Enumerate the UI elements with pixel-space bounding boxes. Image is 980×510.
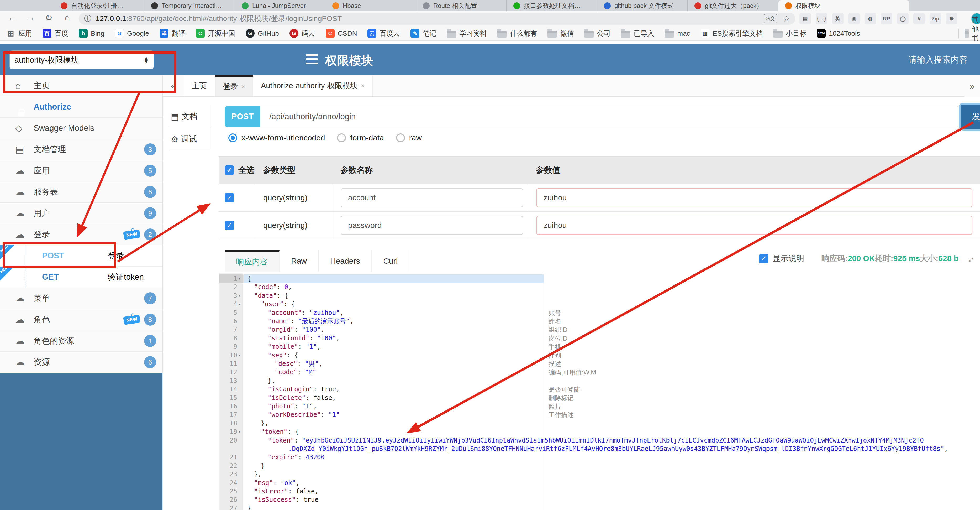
browser-tab[interactable]: Route 相关配置: [416, 0, 506, 11]
sidebar-item-应用[interactable]: ☁应用5: [0, 160, 162, 182]
bookmark-star-icon[interactable]: ☆: [783, 14, 790, 23]
bookmark-item[interactable]: ✎笔记: [410, 29, 436, 38]
bookmark-item[interactable]: G码云: [290, 29, 315, 38]
bookmark-other[interactable]: 其他书签: [958, 29, 980, 38]
collapse-caret-icon[interactable]: ▾: [238, 351, 241, 360]
doc-tab-主页[interactable]: 主页: [184, 75, 215, 96]
bookmark-item[interactable]: 学习资料: [447, 29, 487, 38]
sidebar-item-主页[interactable]: ⌂主页: [0, 75, 162, 96]
bookmark-item[interactable]: 微信: [547, 29, 574, 38]
sidebar-item-用户[interactable]: ☁用户9: [0, 203, 162, 224]
radio-icon[interactable]: [228, 134, 237, 142]
param-value-input[interactable]: zuihou: [536, 188, 972, 207]
radio-form-data[interactable]: form-data: [337, 134, 384, 142]
extension-icon[interactable]: ∨: [913, 13, 925, 24]
close-icon[interactable]: ×: [241, 83, 245, 90]
bookmark-item[interactable]: 10241024Tools: [817, 29, 860, 38]
json-response-viewer[interactable]: 1▾{2"code": 0,3▾"data": {4▾"user": {5"ac…: [219, 273, 980, 510]
bookmark-item[interactable]: GGitHub: [246, 29, 279, 38]
row-checkbox[interactable]: ✓: [225, 193, 234, 202]
bookmark-item[interactable]: 译翻译: [159, 29, 185, 38]
extension-icon[interactable]: 英: [832, 13, 843, 24]
bookmark-item[interactable]: bBing: [79, 29, 105, 38]
page-info-icon[interactable]: ⓘ: [84, 14, 91, 24]
bookmark-item[interactable]: mac: [665, 29, 690, 38]
sidebar-item-文档管理[interactable]: ▤文档管理3: [0, 139, 162, 160]
radio-icon[interactable]: [337, 134, 346, 142]
browser-tab[interactable]: Hbase: [325, 0, 416, 11]
bookmark-item[interactable]: 百百度: [43, 29, 68, 38]
bookmark-item[interactable]: ▥ES搜索引擎文档: [701, 29, 763, 38]
hamburger-icon[interactable]: [306, 54, 318, 65]
sidebar-endpoint-post[interactable]: NEWPOST登录: [0, 245, 162, 266]
extension-icon[interactable]: {…}: [816, 13, 827, 24]
sidebar-item-角色[interactable]: ☁角色NEW8: [0, 309, 162, 330]
radio-raw[interactable]: raw: [396, 134, 422, 142]
tabs-collapse-button[interactable]: «: [163, 75, 184, 96]
browser-tab[interactable]: git文件过大（pack）: [687, 0, 778, 11]
collapse-caret-icon[interactable]: ▾: [238, 274, 241, 283]
browser-tab[interactable]: Temporary Interacti…: [144, 0, 235, 11]
doc-tab-登录[interactable]: 登录×: [215, 75, 253, 96]
browser-tab[interactable]: 接口参数处理文档…: [506, 0, 597, 11]
back-icon[interactable]: ←: [6, 12, 18, 22]
subnav-调试[interactable]: ⚙调试: [169, 128, 212, 150]
bookmark-item[interactable]: 什么都有: [497, 29, 537, 38]
resp-tab-Curl[interactable]: Curl: [372, 250, 409, 272]
browser-tab[interactable]: 自动化登录/注册…: [54, 0, 144, 11]
sidebar-item-服务表[interactable]: ☁服务表6: [0, 182, 162, 203]
select-all-checkbox[interactable]: ✓: [225, 166, 234, 175]
sidebar-item-菜单[interactable]: ☁菜单7: [0, 288, 162, 309]
extension-icon[interactable]: Zip: [930, 13, 941, 24]
extension-icon[interactable]: ✳: [946, 13, 958, 24]
header-search-input[interactable]: 请输入搜索内容: [908, 54, 967, 66]
bookmark-item[interactable]: 小目标: [773, 29, 806, 38]
bookmark-item[interactable]: C开源中国: [196, 29, 235, 38]
fullscreen-icon[interactable]: ↔: [963, 252, 977, 266]
resp-tab-响应内容[interactable]: 响应内容: [225, 250, 280, 272]
sidebar-item-资源[interactable]: ☁资源6: [0, 352, 162, 373]
reload-icon[interactable]: ↻: [43, 12, 55, 23]
collapse-caret-icon[interactable]: ▾: [238, 300, 241, 309]
sidebar-endpoint-get[interactable]: NEWGET验证token: [0, 266, 162, 288]
browser-tab[interactable]: Luna - JumpServer: [235, 0, 325, 11]
bookmark-item[interactable]: 公司: [584, 29, 611, 38]
doc-tab-Authorize-authority-权限模块[interactable]: Authorize-authority-权限模块×: [253, 75, 373, 96]
radio-icon[interactable]: [396, 134, 405, 142]
param-value-input[interactable]: zuihou: [536, 216, 972, 235]
show-desc-checkbox[interactable]: ✓: [759, 254, 768, 263]
extension-icon[interactable]: ▤: [799, 13, 811, 24]
collapse-caret-icon[interactable]: ▾: [238, 427, 241, 436]
module-select[interactable]: authority-权限模块 ▲▼: [10, 50, 154, 69]
sidebar-item-Authorize[interactable]: Authorize: [0, 96, 162, 118]
close-icon[interactable]: ×: [361, 82, 364, 89]
tabs-expand-button[interactable]: »: [964, 75, 980, 97]
home-icon[interactable]: ⌂: [61, 12, 73, 22]
bookmark-item[interactable]: 已导入: [621, 29, 654, 38]
sidebar-item-登录[interactable]: ☁登录NEW2: [0, 224, 162, 245]
radio-x-www-form-urlencoded[interactable]: x-www-form-urlencoded: [228, 134, 325, 142]
param-name-input[interactable]: account: [340, 188, 523, 207]
extension-icon[interactable]: ◯: [897, 13, 908, 24]
bookmark-item[interactable]: ⊞应用: [6, 29, 32, 38]
collapse-caret-icon[interactable]: ▾: [238, 292, 241, 300]
sidebar-item-Swagger Models[interactable]: ◇Swagger Models: [0, 118, 162, 139]
extension-icon[interactable]: RP: [881, 13, 892, 24]
extension-icon[interactable]: ◉: [848, 13, 860, 24]
browser-tab[interactable]: github pack 文件模式: [597, 0, 687, 11]
resp-tab-Raw[interactable]: Raw: [280, 250, 319, 272]
bookmark-item[interactable]: GGoogle: [115, 29, 149, 38]
param-name-input[interactable]: password: [340, 216, 523, 235]
forward-icon[interactable]: →: [24, 12, 37, 22]
request-path-field[interactable]: /api/authority/anno/login: [260, 106, 958, 127]
resp-tab-Headers[interactable]: Headers: [319, 250, 372, 272]
show-desc-toggle[interactable]: ✓ 显示说明: [759, 253, 804, 264]
translate-icon[interactable]: G文: [764, 14, 777, 23]
extension-icon[interactable]: ◍: [864, 13, 876, 24]
subnav-文档[interactable]: ▤文档: [169, 105, 212, 128]
browser-tab[interactable]: 权限模块: [778, 0, 909, 11]
address-bar[interactable]: ⓘ 127.0.0.1:8760/api/gate/doc.html#/auth…: [79, 13, 795, 25]
send-button[interactable]: 发送: [961, 105, 980, 129]
sidebar-item-角色的资源[interactable]: ☁角色的资源1: [0, 330, 162, 352]
bookmark-item[interactable]: CCSDN: [326, 29, 357, 38]
